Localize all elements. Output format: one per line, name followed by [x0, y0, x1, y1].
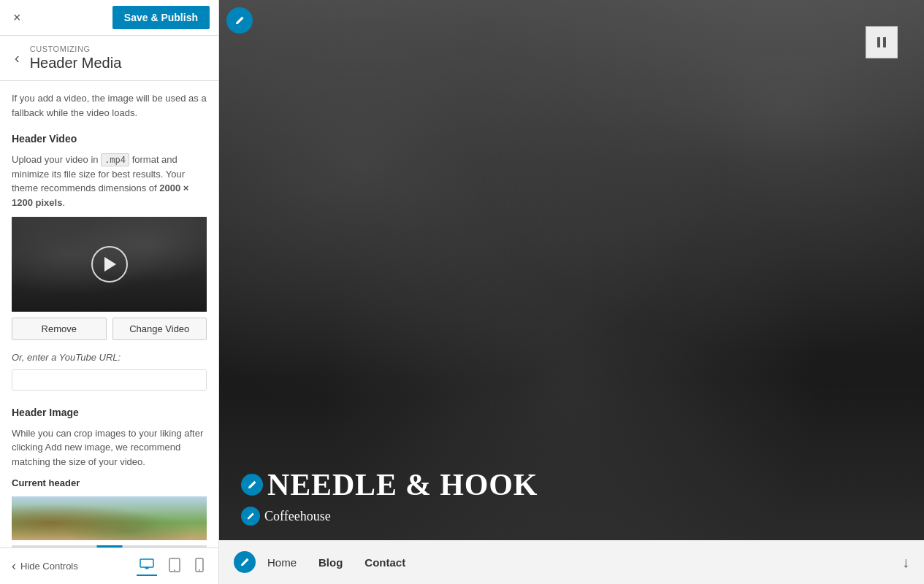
nav-edit-button[interactable]	[234, 551, 256, 573]
svg-rect-0	[140, 559, 153, 567]
pencil-edit-header-button[interactable]	[226, 7, 253, 34]
tablet-view-button[interactable]	[166, 556, 183, 577]
scroll-indicator	[96, 545, 122, 548]
nav-header: ‹ Customizing Header Media	[0, 36, 218, 81]
left-panel: × Save & Publish ‹ Customizing Header Me…	[0, 0, 219, 584]
panel-content: If you add a video, the image will be us…	[0, 81, 218, 545]
hide-controls-button[interactable]: Hide Controls	[12, 556, 78, 577]
site-name-row: NEEDLE & HOOK	[241, 467, 538, 502]
right-preview: NEEDLE & HOOK Coffeehouse Home Blog Cont…	[219, 0, 924, 584]
pencil-icon-top	[234, 15, 245, 26]
desktop-view-button[interactable]	[137, 557, 157, 576]
desc-part1: Upload your video in	[12, 154, 101, 165]
youtube-url-input[interactable]	[12, 369, 207, 391]
nav-links: Home Blog Contact	[267, 556, 902, 569]
desc-part3: .	[62, 197, 65, 208]
nav-header-text: Customizing Header Media	[30, 45, 122, 72]
scroll-bar	[12, 545, 207, 548]
mobile-view-button[interactable]	[192, 556, 207, 577]
site-name-edit-button[interactable]	[241, 474, 263, 496]
preview-nav-bar: Home Blog Contact ↓	[219, 540, 924, 584]
mobile-icon	[195, 558, 204, 572]
pause-bar-left	[877, 37, 880, 47]
pencil-icon-nav	[240, 557, 250, 567]
svg-point-4	[174, 569, 175, 571]
bottom-bar: Hide Controls	[0, 548, 218, 584]
header-video-title: Header Video	[12, 131, 207, 147]
current-header-label: Current header	[12, 476, 207, 491]
play-triangle-icon	[104, 257, 116, 272]
change-video-button[interactable]: Change Video	[112, 318, 207, 340]
pause-button[interactable]	[866, 26, 898, 58]
remove-video-button[interactable]: Remove	[12, 318, 107, 340]
header-image-desc: While you can crop images to your liking…	[12, 426, 207, 469]
preview-background	[219, 0, 924, 540]
site-title-area: NEEDLE & HOOK Coffeehouse	[241, 467, 538, 526]
play-button[interactable]	[91, 246, 128, 283]
view-icons	[137, 556, 207, 577]
intro-text: If you add a video, the image will be us…	[12, 91, 207, 120]
video-thumbnail	[12, 217, 207, 312]
header-image-title: Header Image	[12, 405, 207, 420]
site-tagline-text: Coffeehouse	[264, 509, 331, 524]
top-bar: × Save & Publish	[0, 0, 218, 36]
nav-down-arrow-icon[interactable]: ↓	[902, 554, 909, 571]
mp4-tag: .mp4	[101, 153, 129, 166]
pencil-icon-tagline	[246, 512, 255, 520]
pause-bar-right	[883, 37, 886, 47]
customizing-label: Customizing	[30, 45, 122, 53]
close-button[interactable]: ×	[9, 7, 26, 28]
back-button[interactable]: ‹	[12, 50, 23, 66]
site-tagline-row: Coffeehouse	[241, 507, 538, 526]
pause-icon	[877, 37, 886, 47]
svg-point-6	[199, 569, 200, 571]
site-name-text: NEEDLE & HOOK	[267, 467, 538, 502]
hide-controls-label: Hide Controls	[20, 561, 78, 572]
save-publish-button[interactable]: Save & Publish	[112, 6, 210, 29]
site-tagline-edit-button[interactable]	[241, 507, 260, 526]
nav-link-home[interactable]: Home	[267, 556, 297, 569]
pencil-icon-site-name	[247, 480, 257, 490]
youtube-label: Or, enter a YouTube URL:	[12, 350, 207, 365]
header-media-title: Header Media	[30, 55, 122, 72]
header-video-desc: Upload your video in .mp4 format and min…	[12, 153, 207, 210]
video-action-row: Remove Change Video	[12, 318, 207, 340]
tablet-icon	[169, 558, 180, 572]
nav-link-blog[interactable]: Blog	[318, 556, 343, 569]
header-img-content	[12, 496, 207, 540]
desktop-icon	[140, 558, 154, 570]
nav-link-contact[interactable]: Contact	[364, 556, 405, 569]
current-header-image	[12, 496, 207, 540]
